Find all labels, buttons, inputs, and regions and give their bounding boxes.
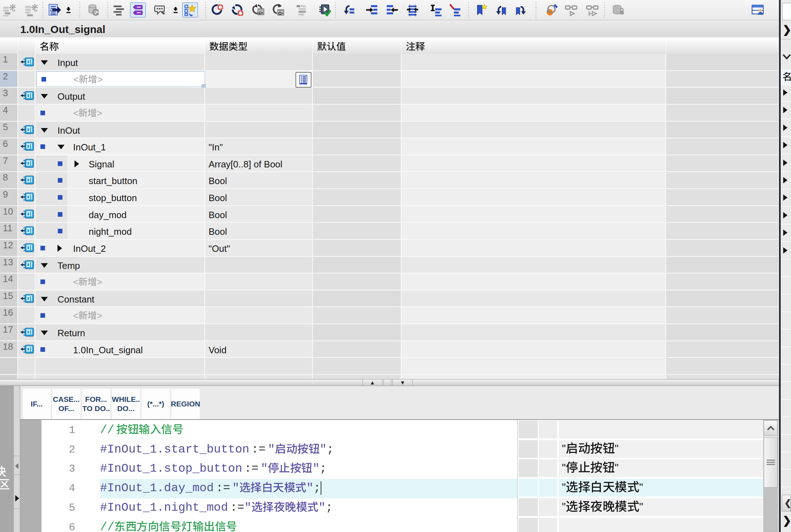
code-line[interactable]: 5#InOut_1.night_mod :=""; bbox=[42, 498, 517, 518]
tree-row[interactable] bbox=[781, 243, 791, 260]
find-replace-button[interactable] bbox=[544, 2, 560, 17]
tree-row[interactable] bbox=[781, 295, 791, 312]
section-expander[interactable] bbox=[41, 94, 48, 99]
tree-row[interactable] bbox=[781, 190, 791, 207]
code-line[interactable]: 6// bbox=[42, 518, 517, 532]
tree-row[interactable] bbox=[781, 102, 791, 119]
tree-expander[interactable] bbox=[783, 107, 787, 113]
discard-changes-button[interactable] bbox=[86, 2, 101, 17]
name-edit-box[interactable]: <> bbox=[37, 71, 205, 87]
open-all-blocks-button[interactable] bbox=[47, 2, 62, 17]
comments-split-button[interactable] bbox=[171, 2, 180, 17]
monitor-button[interactable] bbox=[563, 2, 579, 17]
format-text-button[interactable] bbox=[428, 2, 444, 17]
table-row[interactable]: 8start_buttonBool bbox=[0, 172, 779, 188]
table-row[interactable]: 7SignalArray[0..8] of Bool bbox=[0, 155, 779, 171]
collapse-up-button[interactable]: ▲ bbox=[363, 379, 382, 386]
table-row[interactable]: 2<> bbox=[0, 71, 779, 87]
tree-expander[interactable] bbox=[783, 160, 787, 166]
code-line[interactable]: 1// bbox=[42, 421, 517, 440]
snippet-button-whiledo[interactable]: WHILE.. DO... bbox=[112, 389, 140, 419]
datatype-combo-button[interactable] bbox=[295, 72, 311, 88]
tree-row[interactable] bbox=[781, 278, 791, 294]
table-row[interactable]: 15Constant bbox=[0, 290, 779, 306]
column-header[interactable] bbox=[402, 39, 666, 54]
splitter-grip[interactable] bbox=[383, 379, 391, 386]
section-expander[interactable] bbox=[41, 297, 48, 301]
tree-row[interactable] bbox=[781, 383, 791, 400]
tree-expander[interactable] bbox=[783, 124, 787, 131]
symbolic-tags-button[interactable] bbox=[130, 2, 146, 17]
update-block-call-button[interactable] bbox=[250, 2, 266, 17]
tree-expander[interactable] bbox=[783, 177, 787, 183]
tree-row[interactable] bbox=[781, 208, 791, 225]
tree-row[interactable] bbox=[781, 453, 791, 470]
table-row[interactable]: 6InOut_1"In" bbox=[0, 138, 779, 155]
scroll-thumb[interactable] bbox=[764, 437, 778, 488]
table-row[interactable]: 14<> bbox=[0, 273, 779, 290]
scroll-left-button[interactable]: ❮ bbox=[782, 495, 791, 511]
section-expander[interactable] bbox=[41, 60, 48, 65]
table-row[interactable]: 4<> bbox=[0, 105, 779, 121]
section-expander[interactable] bbox=[41, 128, 48, 133]
table-row[interactable]: 10day_modBool bbox=[0, 206, 779, 222]
code-line[interactable]: 4#InOut_1.day_mod := ""; bbox=[42, 479, 517, 498]
indent-button[interactable] bbox=[364, 2, 380, 17]
table-row[interactable]: 16<> bbox=[0, 307, 779, 323]
previous-error-button[interactable] bbox=[209, 2, 225, 17]
snippet-button-caseof[interactable]: CASE... OF... bbox=[52, 389, 81, 419]
left-splitter-strip[interactable] bbox=[14, 386, 20, 532]
collapse-left-arrow[interactable] bbox=[15, 463, 18, 469]
table-row[interactable]: 5InOut bbox=[0, 122, 779, 138]
expand-statements-button[interactable] bbox=[295, 2, 310, 17]
consistency-check-button[interactable] bbox=[317, 2, 332, 17]
tree-row[interactable] bbox=[781, 365, 791, 382]
scl-code-editor[interactable]: 1// 2#InOut_1.start_button := "";3#InOut… bbox=[42, 420, 518, 532]
instructions-panel-sliver[interactable]: ❯❮❯ bbox=[781, 0, 791, 532]
member-expander[interactable] bbox=[57, 145, 65, 149]
collapse-down-button[interactable]: ▼ bbox=[392, 379, 413, 386]
section-expander[interactable] bbox=[41, 331, 48, 335]
tree-row[interactable] bbox=[781, 400, 791, 417]
snippet-button-[interactable]: (*...*) bbox=[142, 389, 170, 419]
column-header[interactable] bbox=[205, 39, 313, 54]
table-row[interactable]: 13Temp bbox=[0, 257, 779, 273]
table-row[interactable]: 17Return bbox=[0, 324, 779, 340]
tree-expander[interactable] bbox=[783, 229, 787, 236]
code-line[interactable]: 3#InOut_1.stop_button := ""; bbox=[42, 459, 517, 479]
member-expander[interactable] bbox=[57, 245, 62, 252]
tree-expander[interactable] bbox=[783, 89, 787, 96]
insert-row-button[interactable] bbox=[1, 2, 17, 17]
absolute-operands-button[interactable] bbox=[111, 2, 127, 17]
favorites-button[interactable] bbox=[182, 2, 198, 17]
code-line[interactable]: 2#InOut_1.start_button := ""; bbox=[42, 440, 517, 460]
column-header[interactable] bbox=[313, 39, 402, 54]
sync-block-call-button[interactable] bbox=[270, 2, 286, 17]
table-row[interactable]: 12InOut_2"Out" bbox=[0, 240, 779, 256]
set-bookmark-button[interactable] bbox=[474, 2, 489, 17]
table-row[interactable]: 11night_modBool bbox=[0, 223, 779, 239]
goto-previous-button[interactable] bbox=[341, 2, 356, 17]
outdent-button[interactable] bbox=[385, 2, 400, 17]
tree-expander[interactable] bbox=[783, 142, 787, 148]
clear-format-button[interactable] bbox=[447, 2, 463, 17]
table-row[interactable]: 1Input bbox=[0, 54, 779, 70]
table-row[interactable]: 181.0In_Out_signalVoid bbox=[0, 341, 779, 357]
keep-actual-values-split-button[interactable] bbox=[64, 2, 73, 17]
tree-row[interactable] bbox=[781, 155, 791, 172]
tree-row[interactable] bbox=[781, 173, 791, 189]
snippet-button-region[interactable]: REGION bbox=[171, 389, 200, 419]
tree-row[interactable] bbox=[781, 85, 791, 102]
next-error-button[interactable] bbox=[229, 2, 245, 17]
tree-row[interactable] bbox=[781, 348, 791, 365]
next-bookmark-button[interactable] bbox=[514, 2, 529, 17]
scroll-up-button[interactable] bbox=[764, 420, 778, 436]
comments-button[interactable] bbox=[153, 2, 168, 17]
previous-bookmark-button[interactable] bbox=[493, 2, 508, 17]
code-scrollbar[interactable] bbox=[763, 420, 778, 532]
tree-expander[interactable] bbox=[783, 194, 787, 201]
column-header[interactable] bbox=[35, 39, 205, 54]
left-collapsed-panel[interactable] bbox=[0, 386, 14, 532]
tree-row[interactable] bbox=[781, 120, 791, 137]
member-expander[interactable] bbox=[74, 160, 79, 167]
